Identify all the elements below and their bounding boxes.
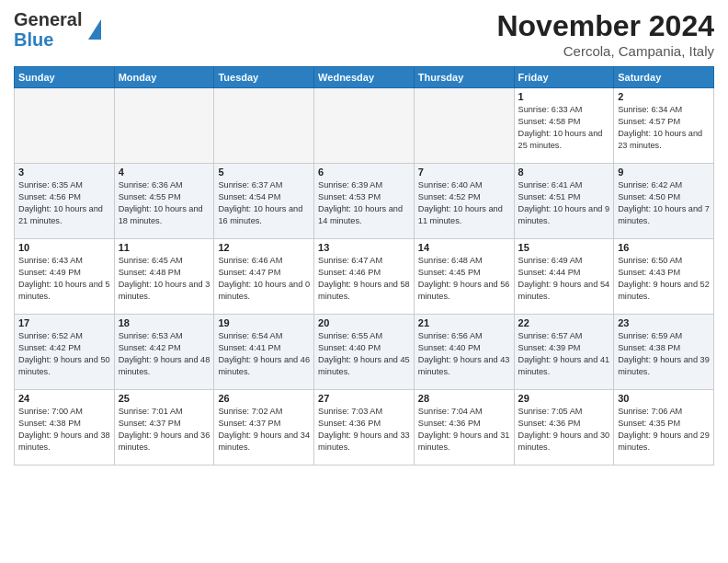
calendar-cell: [214, 88, 314, 164]
logo: General Blue: [14, 9, 101, 50]
header: General Blue November 2024 Cercola, Camp…: [14, 9, 714, 59]
day-info: Sunrise: 6:52 AM Sunset: 4:42 PM Dayligh…: [18, 330, 110, 378]
month-title: November 2024: [496, 9, 714, 43]
day-number: 16: [618, 242, 710, 253]
day-info: Sunrise: 6:36 AM Sunset: 4:55 PM Dayligh…: [119, 179, 210, 227]
day-info: Sunrise: 6:54 AM Sunset: 4:41 PM Dayligh…: [218, 330, 310, 378]
day-number: 7: [418, 167, 510, 178]
calendar-cell: 17 Sunrise: 6:52 AM Sunset: 4:42 PM Dayl…: [15, 315, 115, 390]
day-info: Sunrise: 7:04 AM Sunset: 4:36 PM Dayligh…: [418, 406, 510, 454]
day-info: Sunrise: 6:34 AM Sunset: 4:57 PM Dayligh…: [618, 104, 710, 152]
day-info: Sunrise: 6:53 AM Sunset: 4:42 PM Dayligh…: [119, 330, 210, 378]
day-number: 20: [318, 317, 410, 328]
day-number: 24: [18, 393, 110, 404]
calendar-cell: 26 Sunrise: 7:02 AM Sunset: 4:37 PM Dayl…: [214, 390, 314, 465]
day-info: Sunrise: 6:40 AM Sunset: 4:52 PM Dayligh…: [418, 179, 510, 227]
day-number: 10: [18, 242, 110, 253]
th-sunday: Sunday: [15, 67, 115, 88]
day-number: 26: [218, 393, 310, 404]
day-number: 6: [318, 167, 410, 178]
day-info: Sunrise: 7:01 AM Sunset: 4:37 PM Dayligh…: [119, 406, 210, 454]
day-number: 11: [119, 242, 210, 253]
th-thursday: Thursday: [414, 67, 514, 88]
calendar-cell: 14 Sunrise: 6:48 AM Sunset: 4:45 PM Dayl…: [414, 239, 514, 315]
day-info: Sunrise: 6:42 AM Sunset: 4:50 PM Dayligh…: [618, 179, 710, 227]
day-number: 28: [418, 393, 510, 404]
table-row: 17 Sunrise: 6:52 AM Sunset: 4:42 PM Dayl…: [15, 315, 714, 390]
day-info: Sunrise: 6:43 AM Sunset: 4:49 PM Dayligh…: [18, 255, 110, 303]
calendar-cell: 10 Sunrise: 6:43 AM Sunset: 4:49 PM Dayl…: [15, 239, 115, 315]
calendar-cell: 18 Sunrise: 6:53 AM Sunset: 4:42 PM Dayl…: [114, 315, 214, 390]
day-info: Sunrise: 6:41 AM Sunset: 4:51 PM Dayligh…: [518, 179, 610, 227]
day-info: Sunrise: 7:06 AM Sunset: 4:35 PM Dayligh…: [618, 406, 710, 454]
logo-general: General: [14, 9, 82, 29]
calendar-cell: 20 Sunrise: 6:55 AM Sunset: 4:40 PM Dayl…: [314, 315, 415, 390]
day-number: 25: [119, 393, 210, 404]
table-row: 3 Sunrise: 6:35 AM Sunset: 4:56 PM Dayli…: [15, 164, 714, 239]
calendar-cell: 11 Sunrise: 6:45 AM Sunset: 4:48 PM Dayl…: [114, 239, 214, 315]
th-tuesday: Tuesday: [214, 67, 314, 88]
day-info: Sunrise: 6:35 AM Sunset: 4:56 PM Dayligh…: [18, 179, 110, 227]
day-number: 13: [318, 242, 410, 253]
day-number: 18: [119, 317, 210, 328]
calendar-cell: 12 Sunrise: 6:46 AM Sunset: 4:47 PM Dayl…: [214, 239, 314, 315]
calendar-cell: 23 Sunrise: 6:59 AM Sunset: 4:38 PM Dayl…: [614, 315, 714, 390]
table-row: 24 Sunrise: 7:00 AM Sunset: 4:38 PM Dayl…: [15, 390, 714, 465]
calendar-cell: 9 Sunrise: 6:42 AM Sunset: 4:50 PM Dayli…: [614, 164, 714, 239]
day-info: Sunrise: 6:59 AM Sunset: 4:38 PM Dayligh…: [618, 330, 710, 378]
th-saturday: Saturday: [614, 67, 714, 88]
day-info: Sunrise: 6:48 AM Sunset: 4:45 PM Dayligh…: [418, 255, 510, 303]
day-info: Sunrise: 6:55 AM Sunset: 4:40 PM Dayligh…: [318, 330, 410, 378]
day-info: Sunrise: 6:56 AM Sunset: 4:40 PM Dayligh…: [418, 330, 510, 378]
day-info: Sunrise: 6:49 AM Sunset: 4:44 PM Dayligh…: [518, 255, 610, 303]
calendar-cell: 22 Sunrise: 6:57 AM Sunset: 4:39 PM Dayl…: [514, 315, 614, 390]
day-info: Sunrise: 6:39 AM Sunset: 4:53 PM Dayligh…: [318, 179, 410, 227]
calendar-cell: 7 Sunrise: 6:40 AM Sunset: 4:52 PM Dayli…: [414, 164, 514, 239]
day-number: 17: [18, 317, 110, 328]
day-number: 27: [318, 393, 410, 404]
calendar-cell: [15, 88, 115, 164]
title-area: November 2024 Cercola, Campania, Italy: [496, 9, 714, 59]
calendar-cell: 30 Sunrise: 7:06 AM Sunset: 4:35 PM Dayl…: [614, 390, 714, 465]
calendar-cell: 29 Sunrise: 7:05 AM Sunset: 4:36 PM Dayl…: [514, 390, 614, 465]
calendar-cell: 27 Sunrise: 7:03 AM Sunset: 4:36 PM Dayl…: [314, 390, 415, 465]
logo-icon: [88, 19, 101, 40]
calendar-cell: 5 Sunrise: 6:37 AM Sunset: 4:54 PM Dayli…: [214, 164, 314, 239]
day-number: 22: [518, 317, 610, 328]
day-number: 2: [618, 91, 710, 102]
day-info: Sunrise: 6:46 AM Sunset: 4:47 PM Dayligh…: [218, 255, 310, 303]
day-info: Sunrise: 6:45 AM Sunset: 4:48 PM Dayligh…: [119, 255, 210, 303]
day-number: 21: [418, 317, 510, 328]
calendar-cell: 2 Sunrise: 6:34 AM Sunset: 4:57 PM Dayli…: [614, 88, 714, 164]
day-info: Sunrise: 6:50 AM Sunset: 4:43 PM Dayligh…: [618, 255, 710, 303]
day-number: 12: [218, 242, 310, 253]
calendar-cell: 21 Sunrise: 6:56 AM Sunset: 4:40 PM Dayl…: [414, 315, 514, 390]
day-info: Sunrise: 6:47 AM Sunset: 4:46 PM Dayligh…: [318, 255, 410, 303]
day-number: 14: [418, 242, 510, 253]
day-number: 23: [618, 317, 710, 328]
calendar-cell: 16 Sunrise: 6:50 AM Sunset: 4:43 PM Dayl…: [614, 239, 714, 315]
calendar-cell: 24 Sunrise: 7:00 AM Sunset: 4:38 PM Dayl…: [15, 390, 115, 465]
calendar-cell: 19 Sunrise: 6:54 AM Sunset: 4:41 PM Dayl…: [214, 315, 314, 390]
calendar-cell: 15 Sunrise: 6:49 AM Sunset: 4:44 PM Dayl…: [514, 239, 614, 315]
day-info: Sunrise: 7:03 AM Sunset: 4:36 PM Dayligh…: [318, 406, 410, 454]
calendar-cell: 28 Sunrise: 7:04 AM Sunset: 4:36 PM Dayl…: [414, 390, 514, 465]
day-number: 8: [518, 167, 610, 178]
table-row: 1 Sunrise: 6:33 AM Sunset: 4:58 PM Dayli…: [15, 88, 714, 164]
calendar-cell: 25 Sunrise: 7:01 AM Sunset: 4:37 PM Dayl…: [114, 390, 214, 465]
day-number: 15: [518, 242, 610, 253]
calendar-cell: [414, 88, 514, 164]
calendar-table: Sunday Monday Tuesday Wednesday Thursday…: [14, 66, 714, 465]
calendar-cell: [114, 88, 214, 164]
day-number: 4: [119, 167, 210, 178]
day-info: Sunrise: 7:00 AM Sunset: 4:38 PM Dayligh…: [18, 406, 110, 454]
calendar-cell: 8 Sunrise: 6:41 AM Sunset: 4:51 PM Dayli…: [514, 164, 614, 239]
location: Cercola, Campania, Italy: [496, 43, 714, 59]
calendar-cell: 4 Sunrise: 6:36 AM Sunset: 4:55 PM Dayli…: [114, 164, 214, 239]
calendar-cell: 3 Sunrise: 6:35 AM Sunset: 4:56 PM Dayli…: [15, 164, 115, 239]
day-info: Sunrise: 6:33 AM Sunset: 4:58 PM Dayligh…: [518, 104, 610, 152]
table-row: 10 Sunrise: 6:43 AM Sunset: 4:49 PM Dayl…: [15, 239, 714, 315]
th-wednesday: Wednesday: [314, 67, 415, 88]
calendar-cell: 13 Sunrise: 6:47 AM Sunset: 4:46 PM Dayl…: [314, 239, 415, 315]
day-number: 30: [618, 393, 710, 404]
